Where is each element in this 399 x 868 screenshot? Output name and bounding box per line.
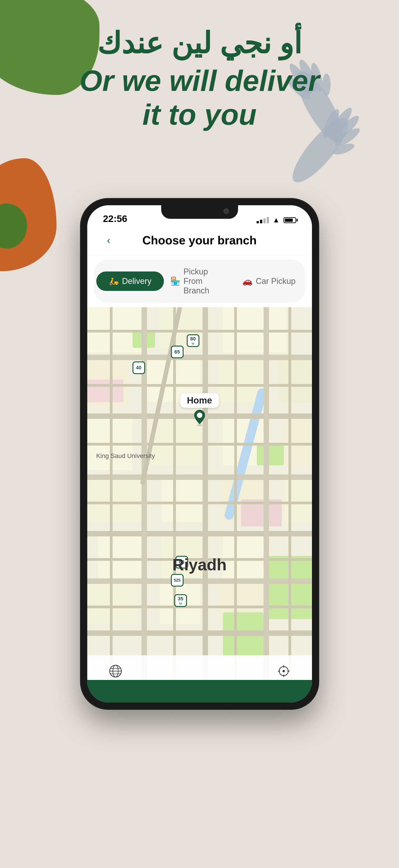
city-block xyxy=(98,533,144,579)
status-time: 22:56 xyxy=(103,213,127,224)
road xyxy=(87,355,312,360)
language-icon xyxy=(109,664,122,678)
phone-screen: 22:56 ▲ ‹ xyxy=(87,205,312,703)
city-block xyxy=(87,477,142,522)
battery-icon xyxy=(283,217,296,223)
speed-sign-35: 35M xyxy=(174,594,187,607)
city-block xyxy=(223,533,268,579)
road xyxy=(264,307,269,687)
road xyxy=(288,307,291,687)
speed-sign-525: 525 xyxy=(171,574,184,587)
building xyxy=(87,379,123,402)
svg-point-12 xyxy=(197,424,202,426)
page-title: Choose your branch xyxy=(117,234,283,247)
road xyxy=(87,606,312,608)
app-header: ‹ Choose your branch xyxy=(87,228,312,255)
tab-pickup-branch[interactable]: 🏪 Pickup From Branch xyxy=(166,262,233,301)
map-background: 80M 65 40 65 525 35M xyxy=(87,307,312,687)
location-button[interactable] xyxy=(274,661,294,681)
speed-sign-65: 65 xyxy=(171,346,184,358)
road xyxy=(87,579,312,584)
signal-icon xyxy=(256,217,269,223)
road xyxy=(87,502,312,504)
branch-icon: 🏪 xyxy=(170,276,180,286)
home-label: Home xyxy=(180,393,219,408)
arabic-headline: أو نجي لين عندك xyxy=(18,27,381,59)
road xyxy=(203,307,208,687)
city-label: Riyadh xyxy=(172,555,226,574)
road xyxy=(87,630,312,636)
speed-sign-40: 40 xyxy=(132,362,145,374)
delivery-icon: 🛵 xyxy=(109,276,119,286)
road xyxy=(87,474,312,480)
road xyxy=(87,384,312,387)
park-area xyxy=(257,443,284,465)
city-block xyxy=(162,477,207,522)
tab-car-pickup[interactable]: 🚗 Car Pickup xyxy=(235,272,303,291)
tab-car-label: Car Pickup xyxy=(256,276,296,286)
wifi-icon: ▲ xyxy=(273,216,280,224)
city-block xyxy=(284,416,312,465)
city-block xyxy=(279,357,312,402)
phone-camera xyxy=(223,209,229,214)
svg-point-13 xyxy=(197,412,202,418)
tab-pickup-label: Pickup From Branch xyxy=(184,267,229,296)
road xyxy=(87,531,312,536)
hero-text-section: أو نجي لين عندك Or we will deliver it to… xyxy=(0,27,399,131)
phone-notch xyxy=(161,205,238,219)
language-button[interactable] xyxy=(105,661,126,681)
status-icons: ▲ xyxy=(256,216,296,224)
road xyxy=(173,307,176,687)
crosshair-icon xyxy=(277,664,290,678)
phone-mockup: 22:56 ▲ ‹ xyxy=(81,199,318,709)
car-icon: 🚗 xyxy=(242,276,252,286)
university-label: King Saud University xyxy=(96,452,155,460)
bottom-bar xyxy=(87,680,312,703)
back-button[interactable]: ‹ xyxy=(101,232,117,248)
tab-delivery[interactable]: 🛵 Delivery xyxy=(96,272,164,291)
svg-point-20 xyxy=(283,670,285,672)
road xyxy=(87,443,312,445)
speed-sign-80: 80M xyxy=(187,334,200,347)
city-block xyxy=(284,477,312,522)
map-view[interactable]: 80M 65 40 65 525 35M xyxy=(87,307,312,687)
tab-delivery-label: Delivery xyxy=(122,276,151,286)
location-pin xyxy=(192,409,207,427)
english-headline: Or we will deliver it to you xyxy=(18,64,381,131)
tab-bar: 🛵 Delivery 🏪 Pickup From Branch 🚗 Car Pi… xyxy=(94,260,305,303)
road xyxy=(110,307,113,687)
road xyxy=(87,330,312,333)
road xyxy=(234,307,237,687)
phone-frame: 22:56 ▲ ‹ xyxy=(81,199,318,709)
